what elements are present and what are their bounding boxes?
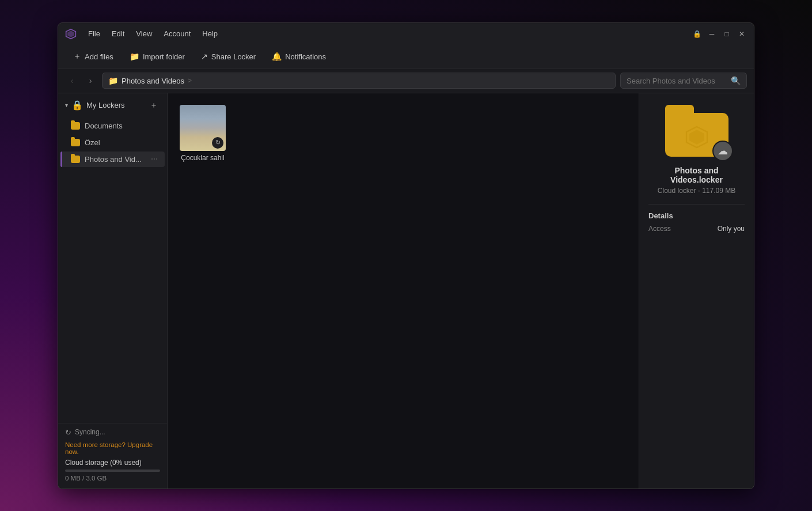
info-details-title: Details xyxy=(648,211,673,220)
sidebar-photos-label: Photos and Vid... xyxy=(85,155,146,164)
info-panel: ☁ Photos and Videos.locker Cloud locker … xyxy=(639,93,754,489)
storage-label: Cloud storage (0% used) xyxy=(65,459,160,467)
sidebar-item-ozel[interactable]: Özel xyxy=(60,135,165,150)
info-folder-icon: ☁ xyxy=(665,105,728,157)
info-access-key: Access xyxy=(648,225,671,233)
info-detail-access: Access Only you xyxy=(648,225,745,233)
title-bar: File Edit View Account Help 🔒 ─ □ ✕ xyxy=(58,23,754,45)
ozel-folder-icon xyxy=(71,139,80,146)
add-files-button[interactable]: ＋ Add files xyxy=(67,48,119,65)
sidebar-item-documents[interactable]: Documents xyxy=(60,118,165,134)
menu-bar: File Edit View Account Help xyxy=(84,27,692,40)
cloud-badge: ☁ xyxy=(712,141,733,161)
menu-view[interactable]: View xyxy=(131,27,157,40)
plus-icon: ＋ xyxy=(73,51,81,62)
documents-folder-icon xyxy=(71,122,80,130)
app-window: File Edit View Account Help 🔒 ─ □ ✕ ＋ Ad… xyxy=(58,22,754,489)
sidebar-item-options-icon[interactable]: ⋯ xyxy=(151,155,158,163)
maximize-button[interactable]: □ xyxy=(722,29,732,39)
svg-marker-3 xyxy=(689,130,704,145)
add-files-label: Add files xyxy=(85,52,113,61)
close-button[interactable]: ✕ xyxy=(737,29,747,39)
folder-import-icon: 📁 xyxy=(130,52,139,61)
storage-bar xyxy=(65,470,160,472)
back-button[interactable]: ‹ xyxy=(65,74,79,88)
storage-used: 0 MB / 3.0 GB xyxy=(65,475,160,482)
sidebar-locker-icon: 🔒 xyxy=(71,100,83,111)
syncing-label: Syncing... xyxy=(75,428,105,436)
app-logo-icon xyxy=(65,28,77,40)
menu-help[interactable]: Help xyxy=(198,27,222,40)
import-folder-label: Import folder xyxy=(143,52,185,61)
info-folder-sub: Cloud locker - 117.09 MB xyxy=(658,187,735,195)
toolbar: ＋ Add files 📁 Import folder ↗ Share Lock… xyxy=(58,45,754,69)
sidebar-item-photos[interactable]: Photos and Vid... ⋯ xyxy=(60,152,165,167)
import-folder-button[interactable]: 📁 Import folder xyxy=(124,49,191,64)
search-box[interactable]: 🔍 xyxy=(620,73,747,89)
file-thumbnail: ↻ xyxy=(180,105,226,151)
syncing-row: ↻ Syncing... xyxy=(65,428,160,437)
address-path: Photos and Videos xyxy=(122,77,184,85)
info-access-val: Only you xyxy=(718,225,745,233)
sidebar-header: ▾ 🔒 My Lockers ＋ xyxy=(58,93,167,118)
address-separator: > xyxy=(188,77,192,85)
sidebar-header-label: My Lockers xyxy=(86,101,144,109)
main-content: ▾ 🔒 My Lockers ＋ Documents Özel Photos a… xyxy=(58,93,754,489)
svg-marker-1 xyxy=(67,31,74,37)
info-folder-name: Photos and Videos.locker xyxy=(648,166,745,184)
file-sync-badge: ↻ xyxy=(212,137,223,149)
info-divider xyxy=(648,204,745,205)
notifications-button[interactable]: 🔔 Notifications xyxy=(266,49,332,64)
file-name: Çocuklar sahil xyxy=(181,154,224,162)
forward-button[interactable]: › xyxy=(84,74,97,88)
minimize-button[interactable]: ─ xyxy=(707,29,717,39)
menu-edit[interactable]: Edit xyxy=(107,27,129,40)
lock-icon: 🔒 xyxy=(692,29,702,39)
window-controls: 🔒 ─ □ ✕ xyxy=(692,29,747,39)
sidebar-ozel-label: Özel xyxy=(85,138,158,147)
menu-account[interactable]: Account xyxy=(159,27,195,40)
address-folder-icon: 📁 xyxy=(108,76,118,85)
file-area: ↻ Çocuklar sahil xyxy=(168,93,639,489)
file-grid: ↻ Çocuklar sahil xyxy=(177,103,629,164)
addressbar-row: ‹ › 📁 Photos and Videos > 🔍 xyxy=(58,69,754,93)
address-bar[interactable]: 📁 Photos and Videos > xyxy=(102,73,616,89)
sidebar-add-button[interactable]: ＋ xyxy=(147,99,160,112)
search-icon: 🔍 xyxy=(731,76,741,85)
file-item[interactable]: ↻ Çocuklar sahil xyxy=(177,103,229,164)
share-locker-label: Share Locker xyxy=(211,52,256,61)
search-input[interactable] xyxy=(627,77,727,85)
sidebar-collapse-icon[interactable]: ▾ xyxy=(65,102,68,108)
share-locker-button[interactable]: ↗ Share Locker xyxy=(195,49,261,64)
sidebar-bottom: ↻ Syncing... Need more storage? Upgrade … xyxy=(58,423,167,489)
menu-file[interactable]: File xyxy=(84,27,105,40)
sidebar: ▾ 🔒 My Lockers ＋ Documents Özel Photos a… xyxy=(58,93,168,489)
sync-icon: ↻ xyxy=(65,428,71,437)
sidebar-spacer xyxy=(58,168,167,423)
folder-logo-icon xyxy=(684,124,709,150)
upgrade-text[interactable]: Need more storage? Upgrade now. xyxy=(65,441,160,455)
photos-folder-icon xyxy=(71,156,80,163)
share-icon: ↗ xyxy=(201,52,208,61)
bell-icon: 🔔 xyxy=(272,52,282,61)
notifications-label: Notifications xyxy=(285,52,326,61)
sidebar-documents-label: Documents xyxy=(85,122,158,130)
